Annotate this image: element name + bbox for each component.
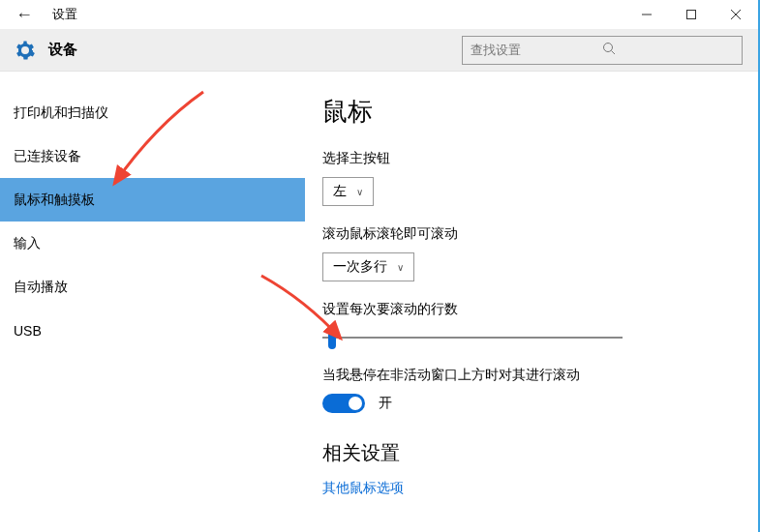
- back-button[interactable]: ←: [10, 5, 39, 25]
- maximize-button[interactable]: [669, 0, 714, 29]
- toggle-state-label: 开: [379, 395, 392, 410]
- sidebar: 打印机和扫描仪 已连接设备 鼠标和触摸板 输入 自动播放 USB: [0, 72, 305, 532]
- content: 鼠标 选择主按钮 左 ∨ 滚动鼠标滚轮即可滚动 一次多行 ∨ 设置每次要滚动的行…: [305, 72, 758, 532]
- search-icon: [602, 42, 734, 58]
- sidebar-item-mouse-touchpad[interactable]: 鼠标和触摸板: [0, 178, 305, 222]
- chevron-down-icon: ∨: [356, 187, 363, 197]
- search-input[interactable]: 查找设置: [462, 36, 743, 65]
- sidebar-item-autoplay[interactable]: 自动播放: [0, 265, 305, 309]
- combo-value: 左: [333, 183, 347, 200]
- primary-button-combo[interactable]: 左 ∨: [322, 177, 374, 206]
- sidebar-item-printers[interactable]: 打印机和扫描仪: [0, 91, 305, 134]
- inactive-scroll-toggle[interactable]: [322, 394, 365, 413]
- window-title: 设置: [52, 6, 77, 23]
- minimize-button[interactable]: [624, 0, 669, 29]
- headerbar: 设备 查找设置: [0, 29, 758, 72]
- sidebar-item-label: USB: [14, 323, 42, 339]
- lines-to-scroll-label: 设置每次要滚动的行数: [322, 301, 731, 318]
- sidebar-item-label: 打印机和扫描仪: [14, 104, 108, 122]
- lines-to-scroll-slider[interactable]: [322, 328, 623, 347]
- slider-thumb[interactable]: [328, 328, 336, 349]
- search-placeholder: 查找设置: [471, 42, 602, 59]
- sidebar-item-label: 输入: [14, 235, 41, 252]
- related-settings-heading: 相关设置: [322, 440, 731, 466]
- sidebar-item-usb[interactable]: USB: [0, 309, 305, 352]
- sidebar-item-connected-devices[interactable]: 已连接设备: [0, 134, 305, 178]
- gear-icon: [15, 41, 35, 60]
- sidebar-item-typing[interactable]: 输入: [0, 222, 305, 265]
- svg-line-5: [612, 51, 616, 55]
- chevron-down-icon: ∨: [397, 262, 404, 273]
- scroll-mode-label: 滚动鼠标滚轮即可滚动: [322, 225, 731, 243]
- inactive-scroll-label: 当我悬停在非活动窗口上方时对其进行滚动: [322, 367, 731, 384]
- other-mouse-options-link[interactable]: 其他鼠标选项: [322, 480, 731, 497]
- primary-button-label: 选择主按钮: [322, 150, 731, 167]
- sidebar-item-label: 已连接设备: [14, 148, 81, 165]
- header-title: 设备: [48, 41, 77, 59]
- scroll-mode-combo[interactable]: 一次多行 ∨: [322, 252, 414, 281]
- combo-value: 一次多行: [333, 258, 387, 276]
- sidebar-item-label: 自动播放: [14, 279, 68, 296]
- close-button[interactable]: [714, 0, 758, 29]
- slider-track: [322, 337, 623, 339]
- page-title: 鼠标: [322, 95, 731, 129]
- sidebar-item-label: 鼠标和触摸板: [14, 192, 95, 209]
- titlebar: ← 设置: [0, 0, 758, 29]
- svg-point-4: [604, 44, 613, 52]
- window-controls: [624, 0, 758, 29]
- svg-rect-1: [687, 11, 696, 19]
